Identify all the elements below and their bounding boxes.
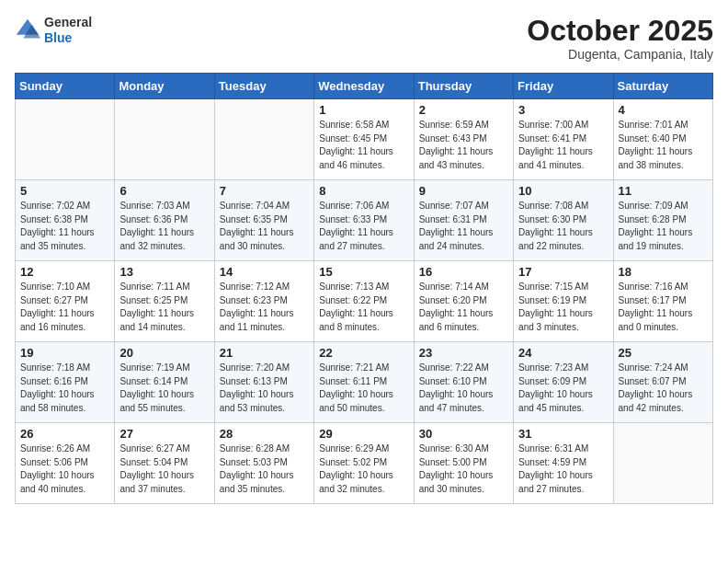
day-number: 12 bbox=[20, 265, 109, 279]
day-info: Sunrise: 7:10 AM Sunset: 6:27 PM Dayligh… bbox=[20, 281, 109, 334]
day-number: 17 bbox=[518, 265, 608, 279]
weekday-header-friday: Friday bbox=[514, 74, 613, 99]
page-header: General Blue October 2025 Dugenta, Campa… bbox=[15, 15, 713, 62]
calendar-cell: 13Sunrise: 7:11 AM Sunset: 6:25 PM Dayli… bbox=[115, 261, 214, 342]
day-info: Sunrise: 7:21 AM Sunset: 6:11 PM Dayligh… bbox=[319, 362, 408, 415]
day-number: 31 bbox=[518, 427, 608, 441]
weekday-header-saturday: Saturday bbox=[613, 74, 712, 99]
calendar-cell: 9Sunrise: 7:07 AM Sunset: 6:31 PM Daylig… bbox=[414, 180, 513, 261]
day-number: 26 bbox=[20, 427, 109, 441]
calendar-cell: 21Sunrise: 7:20 AM Sunset: 6:13 PM Dayli… bbox=[214, 342, 313, 423]
week-row-1: 1Sunrise: 6:58 AM Sunset: 6:45 PM Daylig… bbox=[16, 99, 713, 180]
day-number: 24 bbox=[518, 346, 608, 360]
day-info: Sunrise: 6:27 AM Sunset: 5:04 PM Dayligh… bbox=[119, 442, 209, 496]
day-info: Sunrise: 7:19 AM Sunset: 6:14 PM Dayligh… bbox=[119, 362, 209, 415]
logo-text: General Blue bbox=[44, 15, 92, 46]
calendar-cell: 7Sunrise: 7:04 AM Sunset: 6:35 PM Daylig… bbox=[214, 180, 313, 261]
day-number: 9 bbox=[419, 184, 508, 198]
day-number: 21 bbox=[220, 346, 309, 360]
day-info: Sunrise: 6:59 AM Sunset: 6:43 PM Dayligh… bbox=[419, 119, 508, 172]
day-number: 13 bbox=[119, 265, 209, 279]
day-info: Sunrise: 7:09 AM Sunset: 6:28 PM Dayligh… bbox=[619, 200, 708, 253]
day-number: 10 bbox=[518, 184, 608, 198]
day-number: 30 bbox=[419, 427, 508, 441]
calendar-cell: 18Sunrise: 7:16 AM Sunset: 6:17 PM Dayli… bbox=[613, 261, 712, 342]
calendar-cell: 31Sunrise: 6:31 AM Sunset: 4:59 PM Dayli… bbox=[514, 423, 613, 504]
logo-general-text: General bbox=[44, 15, 92, 30]
day-number: 3 bbox=[518, 103, 608, 117]
day-info: Sunrise: 7:07 AM Sunset: 6:31 PM Dayligh… bbox=[419, 200, 508, 253]
day-info: Sunrise: 7:24 AM Sunset: 6:07 PM Dayligh… bbox=[619, 362, 708, 415]
weekday-header-thursday: Thursday bbox=[414, 74, 513, 99]
day-info: Sunrise: 7:18 AM Sunset: 6:16 PM Dayligh… bbox=[20, 362, 109, 415]
day-number: 7 bbox=[220, 184, 309, 198]
day-info: Sunrise: 7:22 AM Sunset: 6:10 PM Dayligh… bbox=[419, 362, 508, 415]
calendar-cell bbox=[214, 99, 313, 180]
month-title: October 2025 bbox=[527, 15, 713, 47]
calendar-cell: 12Sunrise: 7:10 AM Sunset: 6:27 PM Dayli… bbox=[16, 261, 115, 342]
calendar-cell bbox=[115, 99, 214, 180]
week-row-3: 12Sunrise: 7:10 AM Sunset: 6:27 PM Dayli… bbox=[16, 261, 713, 342]
calendar-cell: 28Sunrise: 6:28 AM Sunset: 5:03 PM Dayli… bbox=[214, 423, 313, 504]
day-info: Sunrise: 7:02 AM Sunset: 6:38 PM Dayligh… bbox=[20, 200, 109, 253]
day-info: Sunrise: 6:26 AM Sunset: 5:06 PM Dayligh… bbox=[20, 442, 109, 496]
day-number: 28 bbox=[220, 427, 309, 441]
calendar-cell: 11Sunrise: 7:09 AM Sunset: 6:28 PM Dayli… bbox=[613, 180, 712, 261]
calendar-cell: 22Sunrise: 7:21 AM Sunset: 6:11 PM Dayli… bbox=[314, 342, 414, 423]
calendar-cell: 4Sunrise: 7:01 AM Sunset: 6:40 PM Daylig… bbox=[613, 99, 712, 180]
day-info: Sunrise: 7:01 AM Sunset: 6:40 PM Dayligh… bbox=[619, 119, 708, 172]
day-info: Sunrise: 7:14 AM Sunset: 6:20 PM Dayligh… bbox=[419, 281, 508, 334]
day-info: Sunrise: 7:15 AM Sunset: 6:19 PM Dayligh… bbox=[518, 281, 608, 334]
day-number: 11 bbox=[619, 184, 708, 198]
day-number: 22 bbox=[319, 346, 408, 360]
day-number: 16 bbox=[419, 265, 508, 279]
day-info: Sunrise: 6:28 AM Sunset: 5:03 PM Dayligh… bbox=[220, 442, 309, 496]
weekday-header-sunday: Sunday bbox=[16, 74, 115, 99]
day-info: Sunrise: 7:11 AM Sunset: 6:25 PM Dayligh… bbox=[119, 281, 209, 334]
day-number: 27 bbox=[119, 427, 209, 441]
calendar-cell: 30Sunrise: 6:30 AM Sunset: 5:00 PM Dayli… bbox=[414, 423, 513, 504]
day-info: Sunrise: 6:30 AM Sunset: 5:00 PM Dayligh… bbox=[419, 442, 508, 496]
day-number: 5 bbox=[20, 184, 109, 198]
calendar-cell bbox=[613, 423, 712, 504]
day-number: 18 bbox=[619, 265, 708, 279]
calendar-cell: 3Sunrise: 7:00 AM Sunset: 6:41 PM Daylig… bbox=[514, 99, 613, 180]
day-number: 8 bbox=[319, 184, 408, 198]
day-info: Sunrise: 7:03 AM Sunset: 6:36 PM Dayligh… bbox=[119, 200, 209, 253]
day-info: Sunrise: 7:20 AM Sunset: 6:13 PM Dayligh… bbox=[220, 362, 309, 415]
calendar-cell: 23Sunrise: 7:22 AM Sunset: 6:10 PM Dayli… bbox=[414, 342, 513, 423]
calendar-cell: 15Sunrise: 7:13 AM Sunset: 6:22 PM Dayli… bbox=[314, 261, 414, 342]
weekday-header-monday: Monday bbox=[115, 74, 214, 99]
calendar-cell: 16Sunrise: 7:14 AM Sunset: 6:20 PM Dayli… bbox=[414, 261, 513, 342]
calendar-cell: 10Sunrise: 7:08 AM Sunset: 6:30 PM Dayli… bbox=[514, 180, 613, 261]
logo-blue-text: Blue bbox=[44, 30, 92, 46]
week-row-2: 5Sunrise: 7:02 AM Sunset: 6:38 PM Daylig… bbox=[16, 180, 713, 261]
day-info: Sunrise: 7:13 AM Sunset: 6:22 PM Dayligh… bbox=[319, 281, 408, 334]
calendar-cell: 17Sunrise: 7:15 AM Sunset: 6:19 PM Dayli… bbox=[514, 261, 613, 342]
calendar-cell: 19Sunrise: 7:18 AM Sunset: 6:16 PM Dayli… bbox=[16, 342, 115, 423]
day-number: 25 bbox=[619, 346, 708, 360]
day-number: 4 bbox=[619, 103, 708, 117]
location-subtitle: Dugenta, Campania, Italy bbox=[527, 47, 713, 62]
calendar-cell: 26Sunrise: 6:26 AM Sunset: 5:06 PM Dayli… bbox=[16, 423, 115, 504]
calendar-cell: 24Sunrise: 7:23 AM Sunset: 6:09 PM Dayli… bbox=[514, 342, 613, 423]
calendar-cell: 1Sunrise: 6:58 AM Sunset: 6:45 PM Daylig… bbox=[314, 99, 414, 180]
day-number: 23 bbox=[419, 346, 508, 360]
day-info: Sunrise: 7:23 AM Sunset: 6:09 PM Dayligh… bbox=[518, 362, 608, 415]
calendar-cell: 27Sunrise: 6:27 AM Sunset: 5:04 PM Dayli… bbox=[115, 423, 214, 504]
day-number: 15 bbox=[319, 265, 408, 279]
calendar-cell: 6Sunrise: 7:03 AM Sunset: 6:36 PM Daylig… bbox=[115, 180, 214, 261]
logo-icon bbox=[15, 17, 40, 43]
day-info: Sunrise: 6:31 AM Sunset: 4:59 PM Dayligh… bbox=[518, 442, 608, 496]
day-info: Sunrise: 7:00 AM Sunset: 6:41 PM Dayligh… bbox=[518, 119, 608, 172]
day-info: Sunrise: 7:08 AM Sunset: 6:30 PM Dayligh… bbox=[518, 200, 608, 253]
logo: General Blue bbox=[15, 15, 92, 46]
calendar-cell bbox=[16, 99, 115, 180]
day-info: Sunrise: 7:16 AM Sunset: 6:17 PM Dayligh… bbox=[619, 281, 708, 334]
day-info: Sunrise: 6:29 AM Sunset: 5:02 PM Dayligh… bbox=[319, 442, 408, 496]
weekday-header-tuesday: Tuesday bbox=[214, 74, 313, 99]
calendar-cell: 20Sunrise: 7:19 AM Sunset: 6:14 PM Dayli… bbox=[115, 342, 214, 423]
weekday-header-row: SundayMondayTuesdayWednesdayThursdayFrid… bbox=[16, 74, 713, 99]
day-info: Sunrise: 7:06 AM Sunset: 6:33 PM Dayligh… bbox=[319, 200, 408, 253]
day-number: 14 bbox=[220, 265, 309, 279]
